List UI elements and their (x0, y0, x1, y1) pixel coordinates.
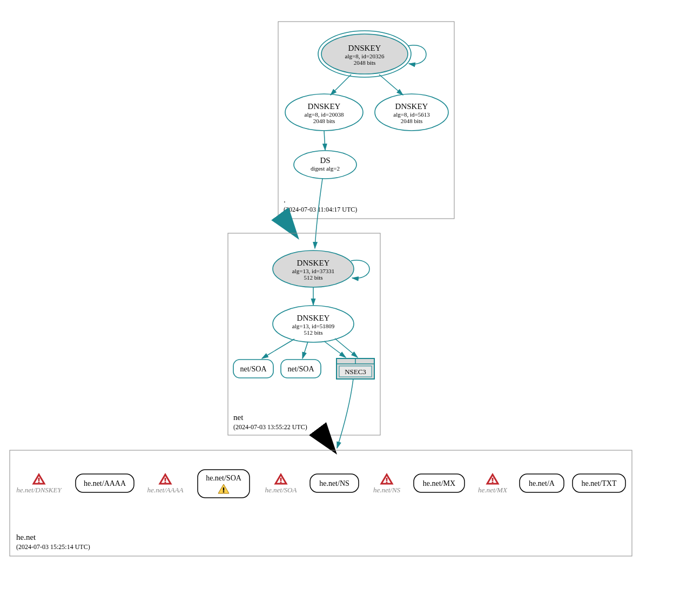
svg-text:DNSKEY: DNSKEY (297, 314, 330, 322)
root-zsk1-node[interactable]: DNSKEY alg=8, id=20038 2048 bits (285, 94, 363, 131)
net-zsk-node[interactable]: DNSKEY alg=13, id=51809 512 bits (273, 306, 354, 342)
zone-net: net (2024-07-03 13:55:22 UTC) DNSKEY alg… (228, 233, 380, 435)
zone-root-label: . (284, 195, 286, 204)
svg-text:alg=8, id=20038: alg=8, id=20038 (305, 111, 344, 118)
svg-text:he.net/AAAA: he.net/AAAA (147, 486, 184, 494)
henet-aaaa-node[interactable]: he.net/AAAA (76, 474, 134, 492)
svg-text:DNSKEY: DNSKEY (308, 102, 341, 111)
svg-text:net/SOA: net/SOA (240, 365, 267, 373)
zone-root: . (2024-07-03 11:04:17 UTC) DNSKEY alg=8… (278, 22, 454, 219)
edge-ksk-zsk1 (331, 74, 351, 95)
henet-warn-mx[interactable]: he.net/MX (478, 475, 508, 494)
zone-root-timestamp: (2024-07-03 11:04:17 UTC) (284, 206, 357, 213)
svg-text:he.net/SOA: he.net/SOA (206, 474, 242, 482)
svg-text:DNSKEY: DNSKEY (395, 102, 428, 111)
svg-text:he.net/MX: he.net/MX (423, 479, 455, 487)
root-ksk-node[interactable]: DNSKEY alg=8, id=20326 2048 bits (318, 31, 411, 77)
henet-txt-node[interactable]: he.net/TXT (573, 474, 625, 492)
svg-point-18 (294, 151, 356, 179)
henet-soa-node[interactable]: he.net/SOA (198, 470, 250, 498)
svg-text:2048 bits: 2048 bits (401, 118, 423, 124)
svg-rect-39 (10, 450, 632, 556)
net-nsec3-node[interactable]: NSEC3 (336, 358, 374, 379)
root-ds-node[interactable]: DS digest alg=2 (294, 151, 356, 179)
henet-warn-dnskey[interactable]: he.net/DNSKEY (16, 475, 62, 494)
edge-zsk-nsec3b (335, 338, 358, 357)
edge-net-to-henet-black (322, 435, 331, 446)
svg-text:he.net/NS: he.net/NS (373, 486, 401, 494)
svg-text:NSEC3: NSEC3 (345, 368, 366, 376)
svg-text:DNSKEY: DNSKEY (348, 44, 381, 52)
svg-text:he.net/A: he.net/A (529, 479, 555, 487)
zone-net-label: net (233, 413, 244, 422)
svg-text:he.net/DNSKEY: he.net/DNSKEY (16, 486, 62, 494)
svg-text:he.net/AAAA: he.net/AAAA (84, 479, 126, 487)
edge-zsk-soa1 (262, 339, 294, 358)
svg-text:2048 bits: 2048 bits (354, 59, 376, 66)
zone-henet-timestamp: (2024-07-03 15:25:14 UTC) (16, 543, 90, 551)
svg-text:DS: DS (320, 156, 330, 165)
svg-text:alg=8, id=20326: alg=8, id=20326 (345, 53, 385, 59)
svg-text:512 bits: 512 bits (304, 274, 322, 281)
svg-text:alg=13, id=37331: alg=13, id=37331 (292, 268, 334, 274)
edge-nsec3-to-henet (337, 379, 353, 448)
henet-warn-aaaa[interactable]: he.net/AAAA (147, 475, 184, 494)
henet-ns-node[interactable]: he.net/NS (310, 474, 359, 492)
root-zsk2-node[interactable]: DNSKEY alg=8, id=5613 2048 bits (375, 94, 448, 131)
svg-text:2048 bits: 2048 bits (313, 118, 335, 124)
svg-text:DNSKEY: DNSKEY (297, 259, 330, 267)
edge-ksk-zsk2 (379, 74, 403, 95)
net-soa1-node[interactable]: net/SOA (233, 360, 273, 378)
edge-root-to-net-thick (284, 219, 293, 231)
svg-text:digest alg=2: digest alg=2 (311, 165, 340, 172)
svg-text:he.net/MX: he.net/MX (478, 486, 508, 494)
svg-text:alg=8, id=5613: alg=8, id=5613 (393, 111, 430, 118)
henet-a-node[interactable]: he.net/A (520, 474, 564, 492)
henet-warn-soa[interactable]: he.net/SOA (265, 475, 297, 494)
edge-zsk-nsec3a (324, 341, 346, 357)
svg-text:alg=13, id=51809: alg=13, id=51809 (292, 323, 335, 329)
zone-henet: he.net (2024-07-03 15:25:14 UTC) he.net/… (10, 450, 632, 556)
edge-zsk1-ds (324, 131, 325, 150)
edge-zsk-soa2 (302, 342, 308, 358)
zone-net-timestamp: (2024-07-03 13:55:22 UTC) (233, 423, 307, 431)
svg-text:net/SOA: net/SOA (288, 365, 315, 373)
svg-text:he.net/SOA: he.net/SOA (265, 486, 297, 494)
edge-ds-to-net-ksk (315, 179, 322, 248)
svg-text:he.net/NS: he.net/NS (319, 479, 349, 487)
henet-warn-ns[interactable]: he.net/NS (373, 475, 401, 494)
edge-root-ksk-self (408, 45, 426, 64)
svg-text:512 bits: 512 bits (304, 329, 322, 336)
henet-mx-node[interactable]: he.net/MX (414, 474, 465, 492)
net-ksk-node[interactable]: DNSKEY alg=13, id=37331 512 bits (273, 250, 354, 287)
net-soa2-node[interactable]: net/SOA (281, 360, 321, 378)
svg-text:he.net/TXT: he.net/TXT (582, 479, 617, 487)
zone-henet-label: he.net (16, 533, 36, 541)
